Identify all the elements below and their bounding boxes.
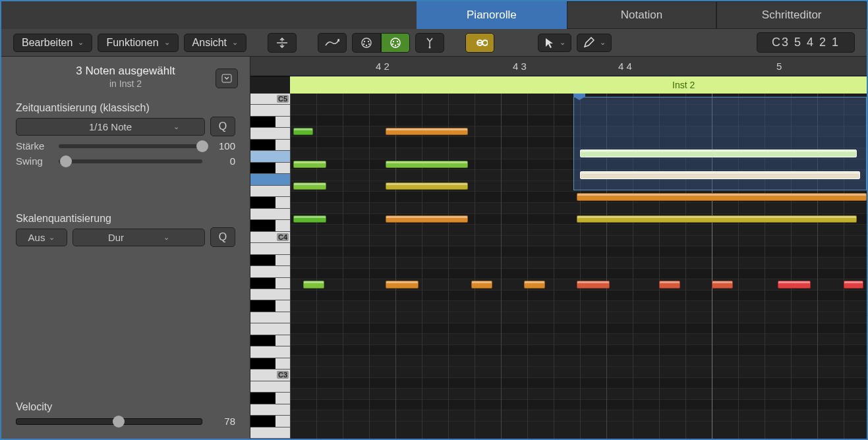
toolbar: Bearbeiten⌄ Funktionen⌄ Ansicht⌄ ⌄ ⌄ C3 … [1,29,867,57]
midi-note[interactable] [659,281,680,289]
chevron-down-icon: ⌄ [232,38,238,47]
chevron-down-icon: ⌄ [78,38,84,47]
time-quant-label: Zeitquantisierung (klassisch) [16,102,235,114]
link-icon[interactable] [465,33,494,53]
velocity-label: Velocity [16,401,235,413]
swing-label: Swing [16,155,52,167]
time-quant-select[interactable]: 1/16 Note⌄ [16,118,205,136]
menu-functions[interactable]: Funktionen⌄ [98,34,178,52]
swing-slider[interactable] [59,159,202,163]
midi-note[interactable] [293,182,326,190]
selection-subtitle: in Inst 2 [1,78,250,89]
tabs-spacer [1,1,417,29]
svg-point-6 [366,44,367,45]
midi-note[interactable] [386,128,468,136]
midi-note[interactable] [386,161,468,169]
menu-functions-label: Funktionen [106,37,158,49]
midi-note[interactable] [580,150,857,157]
svg-point-2 [364,40,365,41]
time-ruler[interactable]: 4 2 4 3 4 4 5 [250,57,867,76]
midi-note[interactable] [778,281,811,289]
swing-value[interactable]: 0 [209,155,235,167]
region-name: Inst 2 [672,80,695,90]
chevron-down-icon: ⌄ [560,38,565,47]
midi-note[interactable] [386,215,468,223]
svg-point-11 [397,43,399,44]
chevron-down-icon: ⌄ [49,233,55,242]
velocity-value[interactable]: 78 [209,416,235,427]
pencil-tool[interactable]: ⌄ [577,34,612,52]
midi-note[interactable] [577,215,857,223]
scale-mode-select[interactable]: Dur⌄ [72,229,205,246]
midi-note[interactable] [524,281,545,289]
inspector-panel: 3 Noten ausgewählt in Inst 2 Zeitquantis… [1,57,250,439]
scale-quant-label: Skalenquantisierung [16,213,235,225]
midi-note[interactable] [712,281,733,289]
velocity-slider[interactable] [16,418,202,425]
piano-keyboard[interactable]: C5C4C3 [250,94,290,439]
midi-note[interactable] [577,193,867,201]
pointer-tool[interactable]: ⌄ [538,34,571,52]
midi-note[interactable] [303,281,324,289]
midi-in-icon[interactable] [352,33,381,53]
tab-pianoroll[interactable]: Pianorolle [417,1,567,29]
time-quant-value: 1/16 Note [89,121,132,132]
chevron-down-icon: ⌄ [600,38,606,47]
strength-slider[interactable] [59,144,202,148]
menu-view[interactable]: Ansicht⌄ [184,34,246,52]
svg-point-8 [393,40,394,41]
midi-out-icon[interactable] [381,33,410,53]
midi-note[interactable] [293,215,326,223]
svg-point-9 [397,40,398,41]
midi-note[interactable] [577,281,610,289]
scale-off-value: Aus [28,232,45,243]
collapse-icon[interactable] [268,33,297,53]
midi-note[interactable] [580,171,860,179]
tab-stepeditor[interactable]: Schritteditor [716,1,867,29]
region-header[interactable]: Inst 2 [290,76,867,94]
chevron-down-icon: ⌄ [173,123,179,131]
chevron-down-icon: ⌄ [163,233,169,242]
svg-point-4 [363,43,364,44]
svg-point-3 [368,40,369,41]
svg-point-10 [392,43,393,44]
menu-view-label: Ansicht [192,37,227,49]
time-quant-apply[interactable]: Q [210,117,235,136]
scale-mode-value: Dur [108,232,124,243]
note-grid[interactable] [290,94,867,439]
menu-edit[interactable]: Bearbeiten⌄ [13,34,92,52]
midi-note[interactable] [386,182,468,190]
svg-point-12 [395,44,396,45]
ruler-tick: 4 4 [618,61,632,72]
scale-quant-apply[interactable]: Q [210,227,235,247]
scale-off-select[interactable]: Aus⌄ [16,229,67,246]
midi-note[interactable] [386,281,419,289]
selection-title: 3 Noten ausgewählt [1,65,250,78]
ruler-tick: 5 [776,61,782,72]
midi-note[interactable] [471,281,492,289]
menu-edit-label: Bearbeiten [22,37,72,49]
svg-point-5 [368,43,370,44]
strength-label: Stärke [16,140,52,151]
automation-icon[interactable] [318,33,347,53]
midi-note[interactable] [293,161,326,169]
strength-value[interactable]: 100 [209,140,235,151]
snap-icon[interactable] [415,33,444,53]
ruler-tick: 4 3 [513,61,527,72]
midi-note[interactable] [293,128,313,136]
ruler-tick: 4 2 [376,61,390,72]
inspector-toggle-icon[interactable] [216,69,238,88]
midi-note[interactable] [844,281,863,289]
position-display[interactable]: C3 5 4 2 1 [757,32,855,53]
chevron-down-icon: ⌄ [164,38,170,47]
svg-point-13 [429,46,431,48]
tab-notation[interactable]: Notation [567,1,717,29]
